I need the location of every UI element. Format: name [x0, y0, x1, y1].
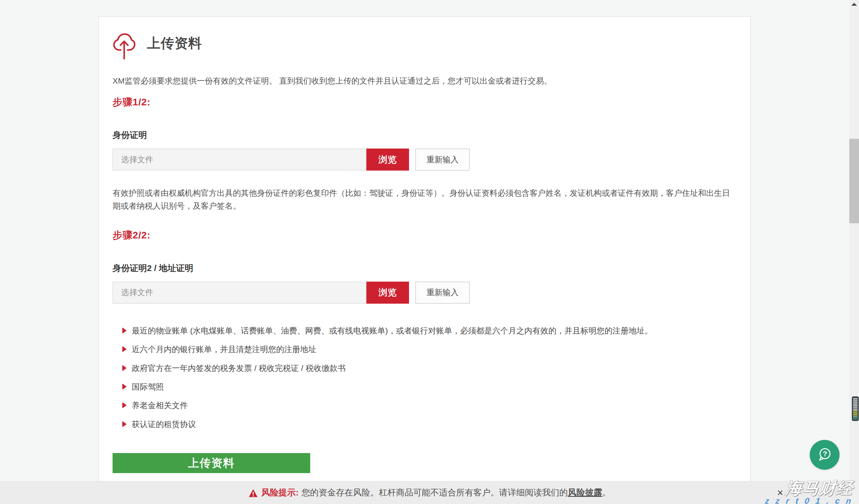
risk-disclosure-link[interactable]: 风险披露 [568, 487, 602, 499]
browse-button[interactable]: 浏览 [366, 148, 409, 171]
bullet-arrow-icon [122, 383, 126, 390]
risk-warning-bar: 风险提示: 您的资金存在风险。杠杆商品可能不适合所有客户。请详细阅读我们的风险披… [0, 481, 859, 504]
list-item-text: 近六个月内的银行账单，并且清楚注明您的注册地址 [132, 345, 316, 353]
upload-documents-card: 上传资料 XM监管必须要求您提供一份有效的文件证明。 直到我们收到您上传的文件并… [99, 16, 751, 504]
identity-proof-description: 有效护照或者由权威机构官方出具的其他身份证件的彩色复印件（比如：驾驶证，身份证等… [112, 187, 737, 212]
scroll-up-icon[interactable] [851, 3, 857, 6]
risk-label: 风险提示: [261, 487, 299, 499]
step-2-heading: 步骤2/2: [112, 229, 737, 242]
list-item: 获认证的租赁协议 [112, 420, 737, 428]
extension-scroll-widget[interactable] [852, 396, 859, 421]
file-placeholder: 选择文件 [113, 282, 367, 303]
scrollbar[interactable] [849, 0, 859, 504]
reset-button[interactable]: 重新输入 [415, 148, 470, 171]
step-1-heading: 步骤1/2: [112, 96, 737, 109]
warning-icon [248, 489, 258, 498]
chat-help-icon: ? [816, 446, 833, 463]
bullet-arrow-icon [122, 402, 126, 408]
intro-text: XM监管必须要求您提供一份有效的文件证明。 直到我们收到您上传的文件并且认证通过… [112, 75, 737, 87]
address-proof-file-row: 选择文件 浏览 重新输入 [112, 282, 737, 304]
close-icon[interactable]: × [773, 482, 787, 504]
bullet-arrow-icon [122, 421, 126, 427]
address-proof-label: 身份证明2 / 地址证明 [112, 263, 737, 274]
svg-text:?: ? [823, 450, 827, 458]
bullet-arrow-icon [122, 346, 126, 352]
reset-button[interactable]: 重新输入 [415, 282, 470, 304]
list-item: 近六个月内的银行账单，并且清楚注明您的注册地址 [112, 345, 737, 353]
list-item-text: 最近的物业账单 (水电煤账单、话费账单、油费、网费、或有线电视账单)，或者银行对… [132, 327, 652, 335]
identity-proof-file-row: 选择文件 浏览 重新输入 [112, 148, 737, 171]
list-item: 国际驾照 [112, 383, 737, 391]
upload-documents-page: { "header": { "title": "上传资料" }, "intro"… [0, 0, 859, 504]
identity-proof-file-input[interactable]: 选择文件 浏览 [112, 148, 409, 171]
accepted-documents-list: 最近的物业账单 (水电煤账单、话费账单、油费、网费、或有线电视账单)，或者银行对… [112, 327, 737, 428]
browse-button[interactable]: 浏览 [366, 282, 409, 304]
list-item: 最近的物业账单 (水电煤账单、话费账单、油费、网费、或有线电视账单)，或者银行对… [112, 327, 737, 335]
risk-text: 您的资金存在风险。杠杆商品可能不适合所有客户。请详细阅读我们的 [302, 487, 568, 499]
upload-documents-button[interactable]: 上传资料 [112, 453, 310, 473]
bullet-arrow-icon [122, 327, 126, 334]
risk-text-suffix: 。 [602, 487, 611, 499]
card-header: 上传资料 [112, 31, 737, 60]
cloud-upload-icon [112, 31, 136, 60]
identity-proof-label: 身份证明 [112, 129, 737, 141]
chat-help-button[interactable]: ? [810, 440, 840, 470]
bullet-arrow-icon [122, 365, 126, 371]
file-placeholder: 选择文件 [113, 149, 367, 170]
scrollbar-thumb[interactable] [849, 139, 859, 223]
list-item-text: 政府官方在一年内签发的税务发票 / 税收完税证 / 税收缴款书 [132, 364, 346, 372]
list-item: 养老金相关文件 [112, 401, 737, 410]
page-title: 上传资料 [147, 34, 202, 52]
list-item-text: 国际驾照 [132, 383, 164, 391]
address-proof-file-input[interactable]: 选择文件 浏览 [112, 282, 409, 304]
list-item-text: 获认证的租赁协议 [132, 420, 196, 428]
list-item: 政府官方在一年内签发的税务发票 / 税收完税证 / 税收缴款书 [112, 364, 737, 372]
list-item-text: 养老金相关文件 [132, 401, 188, 410]
